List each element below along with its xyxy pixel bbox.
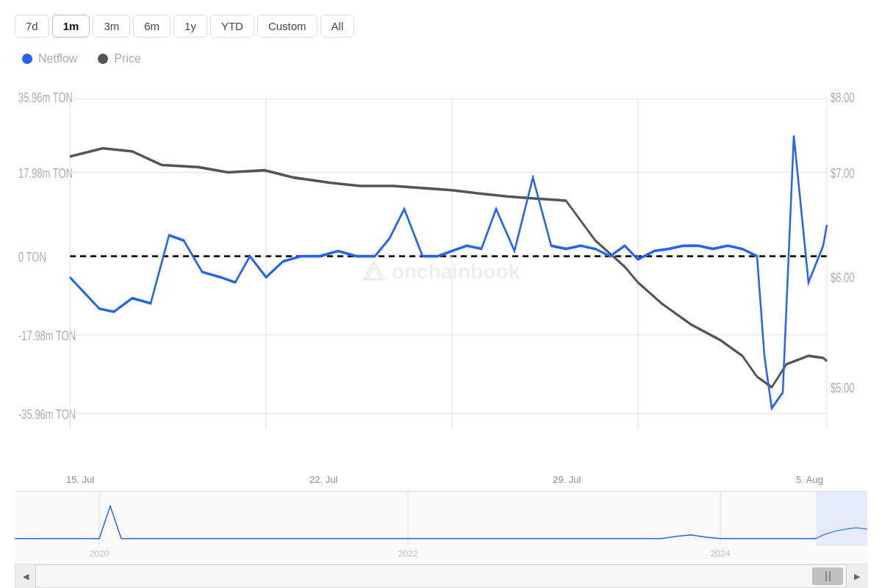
svg-text:2022: 2022 bbox=[398, 548, 418, 559]
x-label-15jul: 15. Jul bbox=[66, 474, 94, 485]
time-btn-custom[interactable]: Custom bbox=[257, 15, 318, 37]
svg-text:-35.96m TON: -35.96m TON bbox=[18, 406, 76, 421]
time-btn-7d[interactable]: 7d bbox=[15, 15, 49, 37]
svg-text:0 TON: 0 TON bbox=[18, 250, 46, 265]
scroll-line-2 bbox=[829, 571, 831, 581]
scroll-line-1 bbox=[825, 571, 827, 581]
x-axis-labels: 15. Jul 22. Jul 29. Jul 5. Aug bbox=[15, 471, 867, 488]
main-chart-svg: 35.96m TON 17.98m TON 0 TON -17.98m TON … bbox=[15, 73, 867, 471]
price-label: Price bbox=[114, 52, 140, 65]
svg-rect-22 bbox=[15, 492, 867, 564]
chart-section: onchainbook 35.96m TON 17.98m TON 0 TON … bbox=[15, 73, 867, 588]
scroll-thumb[interactable] bbox=[812, 567, 843, 585]
time-range-bar: 7d1m3m6m1yYTDCustomAll bbox=[15, 15, 867, 37]
time-btn-ytd[interactable]: YTD bbox=[210, 15, 254, 37]
svg-text:-17.98m TON: -17.98m TON bbox=[18, 328, 76, 343]
x-label-22jul: 22. Jul bbox=[309, 474, 337, 485]
main-container: 7d1m3m6m1yYTDCustomAll Netflow Price onc… bbox=[0, 0, 882, 588]
x-label-29jul: 29. Jul bbox=[553, 474, 581, 485]
main-chart-wrapper: onchainbook 35.96m TON 17.98m TON 0 TON … bbox=[15, 73, 867, 471]
time-btn-1m[interactable]: 1m bbox=[52, 15, 90, 37]
time-btn-all[interactable]: All bbox=[320, 15, 355, 37]
svg-text:2020: 2020 bbox=[90, 548, 110, 559]
mini-chart-svg: 2020 2022 2024 bbox=[15, 492, 867, 564]
svg-text:$7.00: $7.00 bbox=[831, 165, 855, 180]
time-btn-1y[interactable]: 1y bbox=[173, 15, 207, 37]
mini-chart-container: 2020 2022 2024 bbox=[15, 491, 867, 564]
netflow-label: Netflow bbox=[38, 52, 77, 65]
legend-netflow: Netflow bbox=[22, 52, 77, 65]
legend-price: Price bbox=[98, 52, 140, 65]
scroll-track bbox=[36, 564, 846, 588]
svg-text:$5.00: $5.00 bbox=[831, 381, 855, 395]
x-label-5aug: 5. Aug bbox=[796, 474, 823, 485]
scroll-left-arrow[interactable]: ◀ bbox=[15, 564, 36, 588]
svg-text:$6.00: $6.00 bbox=[831, 270, 855, 285]
time-btn-6m[interactable]: 6m bbox=[133, 15, 171, 37]
scrollbar-area: ◀ ▶ bbox=[15, 564, 867, 588]
svg-text:2024: 2024 bbox=[711, 548, 731, 559]
svg-text:35.96m TON: 35.96m TON bbox=[18, 90, 73, 105]
netflow-dot bbox=[22, 54, 32, 64]
scroll-right-arrow[interactable]: ▶ bbox=[846, 564, 867, 588]
svg-text:17.98m TON: 17.98m TON bbox=[18, 165, 73, 180]
svg-rect-29 bbox=[816, 492, 867, 546]
svg-text:$8.00: $8.00 bbox=[831, 90, 855, 105]
time-btn-3m[interactable]: 3m bbox=[93, 15, 130, 37]
price-dot bbox=[98, 54, 108, 64]
scroll-thumb-lines bbox=[825, 571, 831, 581]
legend: Netflow Price bbox=[15, 52, 867, 65]
